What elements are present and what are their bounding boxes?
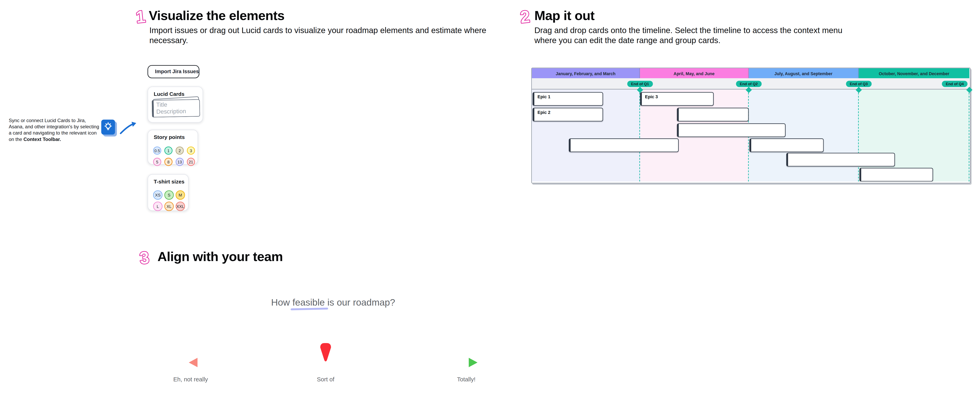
poll-label-right: Totally! xyxy=(432,376,501,382)
tshirt-size-chip[interactable]: XXL xyxy=(175,201,185,211)
card-description-placeholder: Description xyxy=(156,107,197,115)
timeline-card[interactable] xyxy=(786,153,895,166)
section-description-visualize: Import issues or drag out Lucid cards to… xyxy=(150,26,487,45)
timeline-header: January, February, and March April, May,… xyxy=(532,68,970,78)
story-point-chip[interactable]: 5 xyxy=(153,158,161,166)
milestone-tag-q3[interactable]: End of Q3 xyxy=(846,80,872,86)
step-number-1: 1 xyxy=(132,7,150,27)
story-point-chip[interactable]: 1 xyxy=(164,147,173,155)
epic-card[interactable]: Epic 1 xyxy=(533,92,603,106)
milestone-tag-q2[interactable]: End of Q2 xyxy=(736,80,761,86)
lucid-card-stack[interactable]: Title Description xyxy=(151,96,201,120)
timeline-card[interactable] xyxy=(569,138,679,152)
tshirt-sizes-grid: XS S M L XL XXL xyxy=(153,190,188,211)
tshirt-size-chip[interactable]: M xyxy=(175,190,185,200)
section-title-map: Map it out xyxy=(535,8,595,23)
svg-text:3: 3 xyxy=(139,248,150,267)
poll-label-center: Sort of xyxy=(291,376,360,382)
timeline-card[interactable] xyxy=(677,123,786,137)
milestone-tag-q4[interactable]: End of Q4 xyxy=(942,80,967,86)
lightbulb-icon xyxy=(101,120,115,134)
curved-arrow-icon xyxy=(119,121,137,136)
feasibility-slider[interactable] xyxy=(188,342,479,369)
tshirt-size-chip[interactable]: L xyxy=(153,201,162,211)
quarter-divider-line xyxy=(858,90,859,182)
section-title-visualize: Visualize the elements xyxy=(149,8,285,23)
svg-text:2: 2 xyxy=(519,7,531,26)
lucid-cards-title: Lucid Cards xyxy=(154,91,202,97)
poll-label-left: Eh, not really xyxy=(156,376,225,382)
story-point-chip[interactable]: 3 xyxy=(187,147,195,155)
tshirt-sizes-title: T-shirt sizes xyxy=(154,178,188,185)
step-number-2: 2 xyxy=(517,7,534,27)
timeline-body: Epic 1 Epic 2 Epic 3 xyxy=(532,90,970,182)
story-point-chip[interactable]: 2 xyxy=(175,147,184,155)
card-title-placeholder: Title xyxy=(156,101,197,108)
story-points-panel: Story points 0.5 1 2 3 5 8 13 21 xyxy=(148,130,198,165)
tshirt-size-chip[interactable]: XL xyxy=(164,201,174,211)
timeline-quarter-header[interactable]: July, August, and September xyxy=(749,68,859,78)
epic-card[interactable]: Epic 3 xyxy=(640,92,714,106)
svg-text:1: 1 xyxy=(135,7,146,26)
story-point-chip[interactable]: 0.5 xyxy=(153,147,161,155)
section-description-map: Drag and drop cards onto the timeline. S… xyxy=(535,26,864,45)
tshirt-sizes-panel: T-shirt sizes XS S M L XL XXL xyxy=(148,174,189,211)
import-jira-issues-label: Import Jira Issues xyxy=(155,69,199,74)
slider-left-arrowhead xyxy=(189,358,197,367)
timeline-quarter-header[interactable]: April, May, and June xyxy=(640,68,749,78)
import-jira-issues-button[interactable]: Import Jira Issues xyxy=(148,65,199,78)
quarter-divider-line xyxy=(969,90,969,182)
timeline-card[interactable] xyxy=(677,108,749,122)
story-points-title: Story points xyxy=(154,134,197,140)
timeline-quarter-header[interactable]: January, February, and March xyxy=(532,68,640,78)
tshirt-size-chip[interactable]: S xyxy=(164,190,174,200)
step-number-3: 3 xyxy=(136,248,154,268)
poll-question: How feasible is our roadmap? xyxy=(188,297,479,307)
lucid-card[interactable]: Title Description xyxy=(152,99,200,117)
highlighted-word: feasible xyxy=(293,297,325,307)
sync-tip-note: Sync or connect Lucid Cards to Jira, Asa… xyxy=(9,118,102,143)
whiteboard-canvas: 1 Visualize the elements Import issues o… xyxy=(0,0,980,395)
section-title-align: Align with your team xyxy=(158,249,283,264)
slider-right-arrowhead xyxy=(469,358,477,367)
timeline-quarter-header[interactable]: October, November, and December xyxy=(859,68,969,78)
slider-pin-marker[interactable] xyxy=(320,343,331,361)
milestone-tag-q1[interactable]: End of Q1 xyxy=(627,80,653,86)
story-point-chip[interactable]: 8 xyxy=(164,158,173,166)
timeline-milestone-row: End of Q1 End of Q2 End of Q3 End of Q4 xyxy=(532,78,970,90)
timeline-card[interactable] xyxy=(749,138,824,152)
roadmap-timeline[interactable]: January, February, and March April, May,… xyxy=(531,67,970,184)
tip-callout xyxy=(101,120,118,137)
epic-card[interactable]: Epic 2 xyxy=(533,108,603,122)
story-point-chip[interactable]: 13 xyxy=(175,158,184,166)
tshirt-size-chip[interactable]: XS xyxy=(153,190,162,200)
lucid-cards-panel: Lucid Cards Title Description xyxy=(148,86,203,123)
story-point-chip[interactable]: 21 xyxy=(187,158,195,166)
timeline-card[interactable] xyxy=(859,168,933,182)
story-points-grid: 0.5 1 2 3 5 8 13 21 xyxy=(153,147,197,166)
